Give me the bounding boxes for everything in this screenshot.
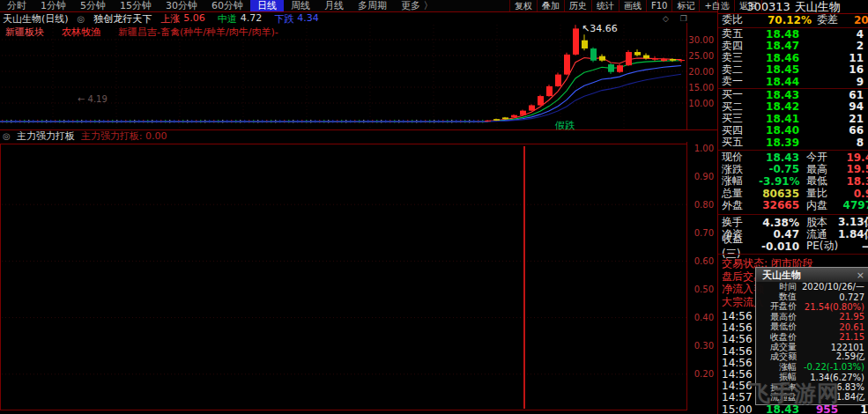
tool-button[interactable]: 标记 (671, 0, 699, 11)
stat-value: 18.3 (838, 175, 868, 188)
tool-button[interactable]: 返回 (734, 0, 762, 11)
weibi-row: 委比 70.12% 委差 208 (718, 14, 868, 26)
order-book-row[interactable]: 卖一18.449 (718, 76, 868, 88)
svg-text:0.50: 0.50 (694, 285, 714, 294)
close-icon[interactable]: × (857, 270, 864, 281)
popup-row-value: 0.727 (797, 292, 864, 302)
level-price: 18.48 (759, 28, 799, 41)
tool-button[interactable]: 叠加 (537, 0, 564, 11)
period-tab[interactable]: 更多 〉 (394, 0, 441, 11)
svg-text:假跌: 假跌 (554, 120, 575, 130)
level-price: 18.39 (759, 137, 799, 149)
svg-text:0.60: 0.60 (694, 256, 714, 266)
period-tab[interactable]: 日线 (250, 0, 284, 11)
weicha-value: 208 (847, 14, 868, 26)
period-tab[interactable]: 分时 (0, 0, 33, 11)
tools-toolbar: 复权叠加历史统计画线F10标记+自选返回 (509, 0, 762, 11)
svg-text:↖34.66: ↖34.66 (582, 23, 618, 34)
popup-row-value: 20.61 (797, 322, 864, 332)
industry-label[interactable]: 农林牧渔 (62, 26, 100, 39)
svg-text:20.00: 20.00 (688, 67, 714, 77)
tool-button[interactable]: F10 (646, 0, 671, 11)
svg-text:30.00: 30.00 (688, 35, 714, 45)
ask-levels: 卖五18.484卖四18.472卖三18.4611卖二18.4516卖一18.4… (718, 28, 868, 88)
chart-title: 天山生物(日线) (3, 12, 69, 26)
metric-label: 下跌 (274, 12, 293, 26)
trading-terminal-window: 分时1分钟5分钟15分钟30分钟60分钟日线周线月线多周期更多 〉 复权叠加历史… (0, 0, 868, 414)
svg-text:0.90: 0.90 (694, 172, 714, 181)
bid-levels: 买一18.4361买二18.4294买三18.4121买四18.4066买五18… (718, 89, 868, 149)
weibi-label: 委比 (722, 12, 759, 27)
metric-value: 4.34 (297, 12, 319, 26)
stat-value: -0.010 (759, 240, 799, 253)
stat-value: 4797 (838, 199, 868, 211)
svg-text:15.00: 15.00 (688, 83, 714, 92)
level-price: 18.45 (759, 63, 799, 76)
svg-text:0.30: 0.30 (694, 341, 714, 351)
level-price: 18.41 (759, 113, 799, 125)
level-price: 18.40 (759, 124, 799, 137)
sector-label[interactable]: 新疆板块 (5, 26, 44, 39)
metric-label: 中道 (218, 12, 237, 26)
period-tabs: 分时1分钟5分钟15分钟30分钟60分钟日线周线月线多周期更多 〉 (0, 0, 441, 11)
svg-text:0.20: 0.20 (694, 369, 714, 379)
metric-label: 上涨 (160, 12, 180, 26)
period-tab[interactable]: 多周期 (351, 0, 394, 11)
svg-text:0.80: 0.80 (694, 200, 714, 210)
brand-logo-icon: ◎ (78, 14, 85, 24)
stat-label: 内盘 (806, 198, 838, 213)
svg-text:0.70: 0.70 (694, 228, 714, 238)
tool-button[interactable]: 画线 (619, 0, 646, 11)
period-tab[interactable]: 5分钟 (73, 0, 113, 11)
level-qty: 21 (799, 113, 868, 125)
level-qty: 4 (799, 28, 868, 41)
level-price: 18.47 (759, 40, 799, 52)
period-tab[interactable]: 周线 (284, 0, 317, 11)
popup-row-value: -0.22(-1.03%) (797, 362, 864, 372)
brand-label: 独创龙行天下 (93, 12, 152, 26)
level-qty: 94 (799, 100, 868, 113)
stat-value: 18.43 (759, 152, 799, 164)
indicator-chart[interactable]: 1.000.900.800.700.600.500.400.300.20 (0, 142, 717, 413)
order-book-row[interactable]: 买五18.398 (718, 137, 868, 149)
chart-corner-icons[interactable]: ◇ ❐ (663, 14, 692, 23)
stat-value: 0.9 (838, 188, 868, 200)
sector-row: 新疆板块 农林牧渔 新疆昌吉-畜禽(种牛/种羊/肉牛/肉羊)- (5, 26, 278, 39)
stat-value: 19.5 (838, 163, 868, 175)
svg-text:25.00: 25.00 (688, 51, 714, 61)
popup-row-value: 21.54(0.80%) (797, 302, 864, 312)
stat-value: 4.38% (759, 217, 799, 229)
indicator-header: ◎ 主力强力打板 主力强力打板: 0.00 (3, 130, 167, 142)
metric: 上涨5.06 (160, 12, 205, 26)
tool-button[interactable]: 统计 (591, 0, 619, 11)
tool-button[interactable]: 复权 (509, 0, 537, 11)
indicator-name[interactable]: 主力强力打板 (17, 129, 75, 143)
chart-header: 天山生物(日线) ◎ 独创龙行天下 上涨5.06中道4.72下跌4.34 (3, 13, 319, 24)
svg-text:1.00: 1.00 (694, 144, 714, 153)
period-tab[interactable]: 60分钟 (204, 0, 250, 11)
collapse-icon[interactable]: ◎ (3, 131, 11, 141)
popup-titlebar[interactable]: 天山生物 × (756, 268, 868, 282)
period-tab[interactable]: 1分钟 (33, 0, 73, 11)
period-tab[interactable]: 15分钟 (113, 0, 159, 11)
svg-text:10.00: 10.00 (688, 99, 714, 108)
level-qty: 61 (799, 89, 868, 101)
period-tab[interactable]: 月线 (317, 0, 351, 11)
metric-value: 5.06 (183, 12, 205, 26)
candlestick-chart[interactable]: 30.0025.0020.0015.0010.00↖34.66假跌← 4.19 (0, 23, 717, 130)
stat-value: — (838, 240, 868, 253)
quote-stats-block2: 换手4.38%股本3.13亿净资0.47流通1.84亿收益(三)-0.010PE… (718, 217, 868, 253)
period-tab[interactable]: 30分钟 (159, 0, 204, 11)
tool-button[interactable]: 历史 (564, 0, 591, 11)
quote-stats-block1: 现价18.43今开19.4涨跌-0.75最高19.5涨幅-3.91%最低18.3… (718, 152, 868, 211)
stat-label: PE(动) (806, 239, 838, 254)
popup-row-value: 21.95 (797, 312, 864, 322)
tool-button[interactable]: +自选 (699, 0, 733, 11)
stat-row: 收益(三)-0.010PE(动)— (718, 240, 868, 253)
svg-text:0.40: 0.40 (694, 313, 714, 322)
indicator-metrics: 上涨5.06中道4.72下跌4.34 (160, 12, 319, 26)
stat-value: 0.47 (759, 228, 799, 240)
level-price: 18.42 (759, 100, 799, 113)
level-qty: 11 (799, 52, 868, 64)
level-label: 买五 (722, 135, 759, 150)
